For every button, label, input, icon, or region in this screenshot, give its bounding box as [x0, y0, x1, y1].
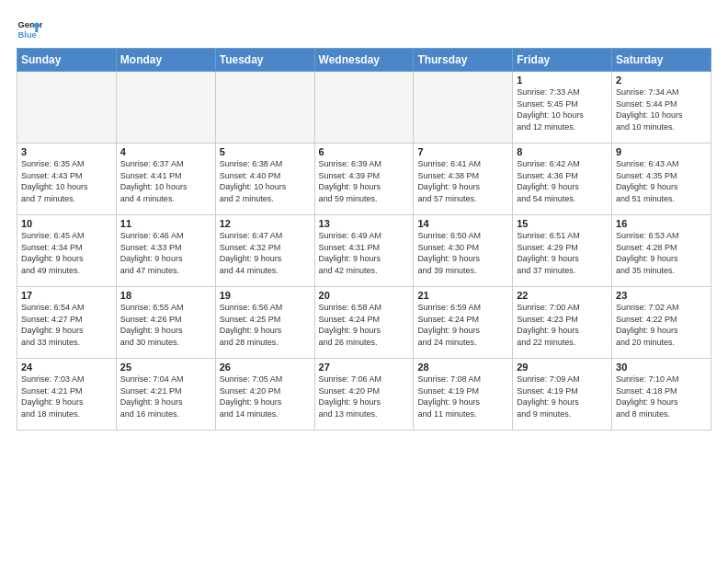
- calendar-cell: 4Sunrise: 6:37 AM Sunset: 4:41 PM Daylig…: [116, 144, 215, 215]
- calendar-cell: 25Sunrise: 7:04 AM Sunset: 4:21 PM Dayli…: [116, 359, 215, 431]
- day-number: 15: [517, 218, 608, 229]
- day-number: 29: [517, 362, 608, 373]
- day-number: 6: [319, 146, 410, 157]
- day-info: Sunrise: 7:10 AM Sunset: 4:18 PM Dayligh…: [616, 373, 707, 419]
- day-number: 9: [616, 146, 707, 157]
- day-number: 4: [120, 146, 211, 157]
- day-number: 13: [319, 218, 410, 229]
- day-info: Sunrise: 6:35 AM Sunset: 4:43 PM Dayligh…: [21, 158, 112, 204]
- calendar-cell: 8Sunrise: 6:42 AM Sunset: 4:36 PM Daylig…: [513, 144, 612, 215]
- day-number: 24: [21, 362, 112, 373]
- day-number: 7: [417, 146, 508, 157]
- calendar-cell: [215, 72, 314, 144]
- day-info: Sunrise: 6:47 AM Sunset: 4:32 PM Dayligh…: [220, 230, 311, 276]
- day-info: Sunrise: 6:59 AM Sunset: 4:24 PM Dayligh…: [417, 302, 508, 348]
- calendar-cell: 11Sunrise: 6:46 AM Sunset: 4:33 PM Dayli…: [116, 215, 215, 287]
- day-number: 16: [616, 218, 707, 229]
- svg-text:Blue: Blue: [18, 30, 37, 40]
- day-number: 23: [616, 290, 707, 301]
- calendar-cell: [17, 72, 117, 144]
- calendar-cell: 6Sunrise: 6:39 AM Sunset: 4:39 PM Daylig…: [314, 144, 414, 215]
- calendar-week-4: 24Sunrise: 7:03 AM Sunset: 4:21 PM Dayli…: [17, 359, 711, 431]
- day-number: 22: [517, 290, 608, 301]
- calendar-week-3: 17Sunrise: 6:54 AM Sunset: 4:27 PM Dayli…: [17, 287, 711, 359]
- day-info: Sunrise: 6:49 AM Sunset: 4:31 PM Dayligh…: [319, 230, 410, 276]
- calendar-cell: 15Sunrise: 6:51 AM Sunset: 4:29 PM Dayli…: [513, 215, 612, 287]
- day-info: Sunrise: 7:06 AM Sunset: 4:20 PM Dayligh…: [319, 373, 410, 419]
- day-number: 5: [220, 146, 311, 157]
- calendar-week-0: 1Sunrise: 7:33 AM Sunset: 5:45 PM Daylig…: [17, 72, 711, 144]
- logo: General Blue: [17, 17, 46, 42]
- weekday-header-saturday: Saturday: [612, 49, 711, 72]
- day-info: Sunrise: 7:02 AM Sunset: 4:22 PM Dayligh…: [616, 302, 707, 348]
- day-number: 30: [616, 362, 707, 373]
- day-info: Sunrise: 6:46 AM Sunset: 4:33 PM Dayligh…: [120, 230, 211, 276]
- calendar-cell: 20Sunrise: 6:58 AM Sunset: 4:24 PM Dayli…: [314, 287, 414, 359]
- calendar-week-2: 10Sunrise: 6:45 AM Sunset: 4:34 PM Dayli…: [17, 215, 711, 287]
- day-number: 17: [21, 290, 112, 301]
- weekday-header-thursday: Thursday: [414, 49, 513, 72]
- weekday-header-sunday: Sunday: [17, 49, 117, 72]
- day-number: 3: [21, 146, 112, 157]
- day-number: 21: [417, 290, 508, 301]
- day-number: 12: [220, 218, 311, 229]
- weekday-header-tuesday: Tuesday: [215, 49, 314, 72]
- calendar: SundayMondayTuesdayWednesdayThursdayFrid…: [17, 48, 711, 431]
- day-number: 28: [417, 362, 508, 373]
- day-info: Sunrise: 7:08 AM Sunset: 4:19 PM Dayligh…: [417, 373, 508, 419]
- calendar-cell: 9Sunrise: 6:43 AM Sunset: 4:35 PM Daylig…: [612, 144, 711, 215]
- calendar-cell: [414, 72, 513, 144]
- day-info: Sunrise: 6:45 AM Sunset: 4:34 PM Dayligh…: [21, 230, 112, 276]
- calendar-cell: 14Sunrise: 6:50 AM Sunset: 4:30 PM Dayli…: [414, 215, 513, 287]
- calendar-cell: 1Sunrise: 7:33 AM Sunset: 5:45 PM Daylig…: [513, 72, 612, 144]
- calendar-cell: 29Sunrise: 7:09 AM Sunset: 4:19 PM Dayli…: [513, 359, 612, 431]
- day-number: 20: [319, 290, 410, 301]
- day-info: Sunrise: 7:33 AM Sunset: 5:45 PM Dayligh…: [517, 86, 608, 132]
- calendar-cell: 21Sunrise: 6:59 AM Sunset: 4:24 PM Dayli…: [414, 287, 513, 359]
- weekday-header-monday: Monday: [116, 49, 215, 72]
- day-info: Sunrise: 6:51 AM Sunset: 4:29 PM Dayligh…: [517, 230, 608, 276]
- day-info: Sunrise: 6:37 AM Sunset: 4:41 PM Dayligh…: [120, 158, 211, 204]
- day-number: 11: [120, 218, 211, 229]
- day-info: Sunrise: 7:09 AM Sunset: 4:19 PM Dayligh…: [517, 373, 608, 419]
- day-info: Sunrise: 7:34 AM Sunset: 5:44 PM Dayligh…: [616, 86, 707, 132]
- day-info: Sunrise: 6:50 AM Sunset: 4:30 PM Dayligh…: [417, 230, 508, 276]
- calendar-cell: 2Sunrise: 7:34 AM Sunset: 5:44 PM Daylig…: [612, 72, 711, 144]
- calendar-cell: 12Sunrise: 6:47 AM Sunset: 4:32 PM Dayli…: [215, 215, 314, 287]
- calendar-cell: 10Sunrise: 6:45 AM Sunset: 4:34 PM Dayli…: [17, 215, 117, 287]
- day-number: 1: [517, 75, 608, 86]
- day-info: Sunrise: 7:00 AM Sunset: 4:23 PM Dayligh…: [517, 302, 608, 348]
- day-info: Sunrise: 6:42 AM Sunset: 4:36 PM Dayligh…: [517, 158, 608, 204]
- day-number: 8: [517, 146, 608, 157]
- day-info: Sunrise: 6:38 AM Sunset: 4:40 PM Dayligh…: [220, 158, 311, 204]
- day-number: 18: [120, 290, 211, 301]
- calendar-cell: 16Sunrise: 6:53 AM Sunset: 4:28 PM Dayli…: [612, 215, 711, 287]
- calendar-cell: 19Sunrise: 6:56 AM Sunset: 4:25 PM Dayli…: [215, 287, 314, 359]
- day-info: Sunrise: 7:03 AM Sunset: 4:21 PM Dayligh…: [21, 373, 112, 419]
- calendar-cell: 5Sunrise: 6:38 AM Sunset: 4:40 PM Daylig…: [215, 144, 314, 215]
- calendar-cell: 28Sunrise: 7:08 AM Sunset: 4:19 PM Dayli…: [414, 359, 513, 431]
- calendar-cell: [314, 72, 414, 144]
- calendar-cell: 30Sunrise: 7:10 AM Sunset: 4:18 PM Dayli…: [612, 359, 711, 431]
- calendar-week-1: 3Sunrise: 6:35 AM Sunset: 4:43 PM Daylig…: [17, 144, 711, 215]
- day-number: 2: [616, 75, 707, 86]
- calendar-cell: 23Sunrise: 7:02 AM Sunset: 4:22 PM Dayli…: [612, 287, 711, 359]
- calendar-cell: 27Sunrise: 7:06 AM Sunset: 4:20 PM Dayli…: [314, 359, 414, 431]
- weekday-header-friday: Friday: [513, 49, 612, 72]
- page-header: General Blue: [17, 17, 711, 42]
- day-info: Sunrise: 7:04 AM Sunset: 4:21 PM Dayligh…: [120, 373, 211, 419]
- calendar-cell: 24Sunrise: 7:03 AM Sunset: 4:21 PM Dayli…: [17, 359, 117, 431]
- day-info: Sunrise: 7:05 AM Sunset: 4:20 PM Dayligh…: [220, 373, 311, 419]
- day-info: Sunrise: 6:43 AM Sunset: 4:35 PM Dayligh…: [616, 158, 707, 204]
- weekday-header-wednesday: Wednesday: [314, 49, 414, 72]
- calendar-cell: 22Sunrise: 7:00 AM Sunset: 4:23 PM Dayli…: [513, 287, 612, 359]
- calendar-cell: 17Sunrise: 6:54 AM Sunset: 4:27 PM Dayli…: [17, 287, 117, 359]
- day-info: Sunrise: 6:54 AM Sunset: 4:27 PM Dayligh…: [21, 302, 112, 348]
- calendar-cell: 13Sunrise: 6:49 AM Sunset: 4:31 PM Dayli…: [314, 215, 414, 287]
- day-number: 27: [319, 362, 410, 373]
- weekday-header-row: SundayMondayTuesdayWednesdayThursdayFrid…: [17, 49, 711, 72]
- calendar-cell: [116, 72, 215, 144]
- day-info: Sunrise: 6:56 AM Sunset: 4:25 PM Dayligh…: [220, 302, 311, 348]
- logo-icon: General Blue: [17, 17, 42, 42]
- calendar-cell: 26Sunrise: 7:05 AM Sunset: 4:20 PM Dayli…: [215, 359, 314, 431]
